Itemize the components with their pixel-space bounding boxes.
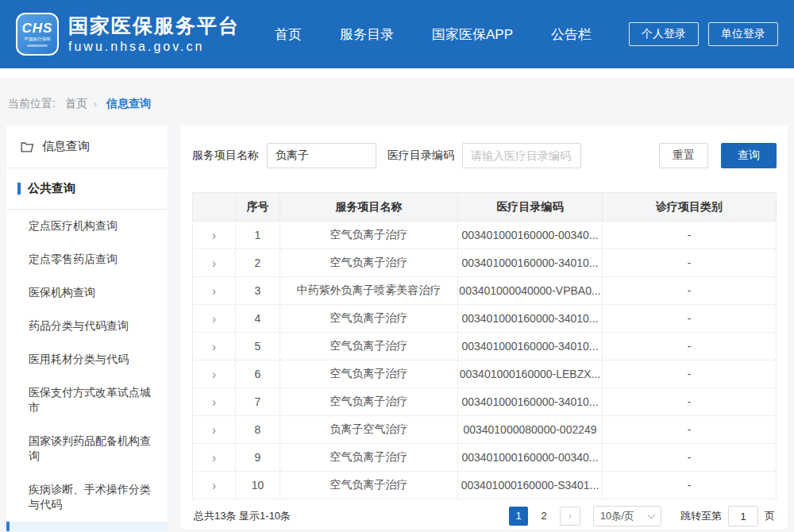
expand-row-icon[interactable]: › [212,478,216,492]
sidebar-root-info-query[interactable]: 信息查询 [6,125,168,168]
category-cell: - [603,222,777,249]
catalog-code-input[interactable] [462,143,581,168]
table-row: ›1空气负离子治疗003401000160000-00340...- [193,222,777,249]
service-name-cell: 空气负离子治疗 [280,444,458,472]
expand-row-icon[interactable]: › [212,422,216,437]
expand-cell[interactable]: › [193,333,236,360]
service-name-cell: 空气负离子治疗 [280,388,458,416]
row-index-cell: 5 [236,333,280,360]
row-index-cell: 7 [236,388,280,416]
breadcrumb-home-link[interactable]: 首页 [65,97,87,110]
expand-cell[interactable]: › [193,305,236,333]
expand-row-icon[interactable]: › [212,339,216,353]
catalog-code-cell: 003401000160000-34010... [458,333,603,360]
service-name-cell: 空气负离子治疗 [280,222,458,249]
page-size-value: 10条/页 [600,510,634,523]
sidebar-item-1[interactable]: 定点医疗机构查询 [6,210,168,243]
nav-item-home[interactable]: 首页 [275,25,302,44]
row-index-cell: 3 [236,277,280,305]
reset-button[interactable]: 重置 [659,143,708,168]
table-row: ›3中药紫外负离子喷雾美容治疗003401000040000-VPBA0...- [193,277,777,305]
table-row: ›6空气负离子治疗003401000160000-LEBZX...- [193,360,777,388]
page-size-select[interactable]: 10条/页 [593,506,661,526]
column-header-index: 序号 [236,193,280,222]
jump-prefix-label: 跳转至第 [680,509,722,523]
sidebar-item-6[interactable]: 医保支付方式改革试点城市 [6,376,168,425]
folder-icon [21,141,34,152]
sidebar-item-8[interactable]: 疾病诊断、手术操作分类与代码 [6,473,168,522]
nav-item-announcements[interactable]: 公告栏 [551,25,592,44]
category-cell: - [603,277,777,305]
expand-row-icon[interactable]: › [212,450,216,465]
expand-cell[interactable]: › [193,249,236,277]
expand-cell[interactable]: › [193,388,236,416]
breadcrumb: 当前位置:首页›信息查询 [8,97,788,111]
row-index-cell: 9 [236,444,280,472]
expand-row-icon[interactable]: › [212,367,216,381]
catalog-code-cell: 003401000160000-00340... [458,222,603,249]
expand-cell[interactable]: › [193,444,236,472]
chs-logo: CHS 中国医疗保障 [16,13,59,56]
table-row: ›4空气负离子治疗003401000160000-34010...- [193,305,777,333]
login-buttons: 个人登录 单位登录 [629,22,778,46]
expand-row-icon[interactable]: › [212,228,216,242]
sidebar-item-label: 定点零售药店查询 [29,253,118,265]
catalog-code-cell: 003401000160000-34010... [458,388,603,416]
sidebar-item-7[interactable]: 国家谈判药品配备机构查询 [6,425,168,473]
catalog-code-cell: 003401000160000-00340... [458,444,603,472]
expand-row-icon[interactable]: › [212,311,216,326]
main-panel: 服务项目名称 医疗目录编码 重置 查询 序号 服务项目名称 医疗目录编码 [181,125,788,529]
top-header: CHS 中国医疗保障 国家医保服务平台 fuwu.nhsa.gov.cn 首页 … [0,0,794,68]
chs-logo-subtext: 中国医疗保障 [24,36,50,42]
category-cell: - [603,360,777,388]
sidebar-item-9[interactable]: 医疗服务项目分类与代码 [6,522,168,531]
sidebar-item-3[interactable]: 医保机构查询 [6,276,168,310]
catalog-code-cell: 003401000160000-34010... [458,249,603,277]
nav-item-service-catalog[interactable]: 服务目录 [340,25,394,44]
table-row: ›9空气负离子治疗003401000160000-00340...- [193,444,777,472]
expand-cell[interactable]: › [193,416,236,444]
service-name-cell: 空气负离子治疗 [280,249,458,277]
jump-suffix-label: 页 [765,509,775,523]
expand-cell[interactable]: › [193,360,236,388]
expand-row-icon[interactable]: › [212,283,216,298]
table-footer: 总共13条 显示1-10条 1 2 › 10条/页 跳转至第 页 [192,499,777,529]
service-name-cell: 空气负离子治疗 [280,333,458,360]
row-index-cell: 6 [236,360,280,388]
sidebar-item-2[interactable]: 定点零售药店查询 [6,243,168,276]
row-index-cell: 10 [236,472,280,499]
next-page-button[interactable]: › [560,507,580,526]
breadcrumb-current[interactable]: 信息查询 [106,97,151,110]
chs-logo-text: CHS [22,21,53,36]
unit-login-button[interactable]: 单位登录 [708,22,778,46]
page-button-1[interactable]: 1 [509,507,528,526]
category-cell: - [603,305,777,333]
expand-cell[interactable]: › [193,277,236,305]
category-cell: - [603,388,777,416]
page-button-2[interactable]: 2 [534,507,553,526]
sidebar-item-label: 医保支付方式改革试点城市 [29,386,151,414]
sidebar-item-5[interactable]: 医用耗材分类与代码 [6,343,168,376]
expand-cell[interactable]: › [193,222,236,249]
expand-cell[interactable]: › [193,472,236,499]
category-cell: - [603,444,777,472]
sidebar: 信息查询 公共查询 定点医疗机构查询定点零售药店查询医保机构查询药品分类与代码查… [6,125,168,531]
sidebar-section-public-query[interactable]: 公共查询 [6,168,168,210]
sidebar-item-label: 医用耗材分类与代码 [29,353,129,365]
personal-login-button[interactable]: 个人登录 [629,22,699,46]
sidebar-item-4[interactable]: 药品分类与代码查询 [6,310,168,343]
query-button[interactable]: 查询 [721,143,777,168]
table-row: ›5空气负离子治疗003401000160000-34010...- [193,333,777,360]
search-form: 服务项目名称 医疗目录编码 重置 查询 [192,143,777,168]
jump-page-input[interactable] [728,506,758,526]
table-row: ›2空气负离子治疗003401000160000-34010...- [193,249,777,277]
chs-logo-decoration [27,44,48,47]
expand-row-icon[interactable]: › [212,256,216,270]
row-index-cell: 1 [236,222,280,249]
column-header-category: 诊疗项目类别 [603,193,777,222]
service-name-input[interactable] [267,143,376,168]
column-header-service-name: 服务项目名称 [280,193,458,222]
nav-item-app[interactable]: 国家医保APP [432,25,513,44]
catalog-code-cell: 003401000040000-VPBA0... [458,277,603,305]
expand-row-icon[interactable]: › [212,395,216,409]
